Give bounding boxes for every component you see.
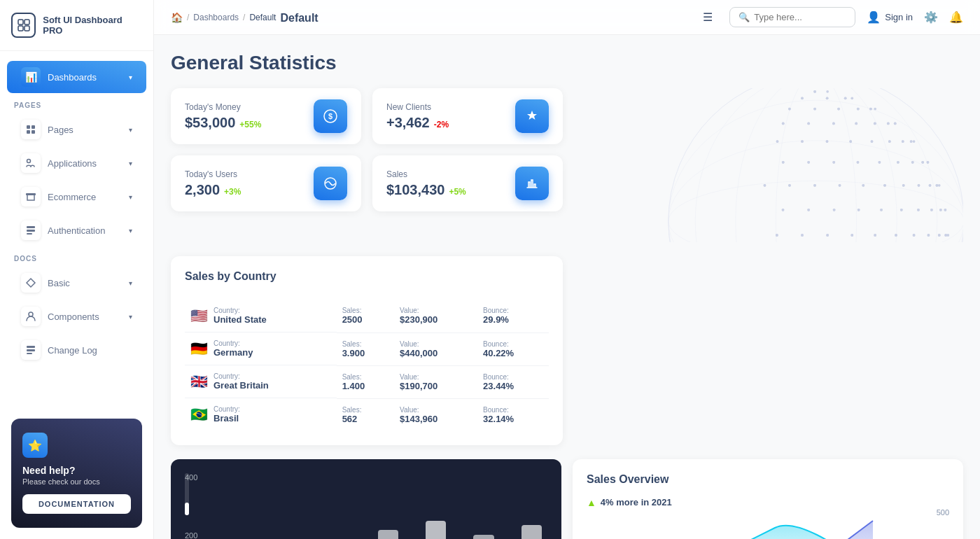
svg-point-215 xyxy=(857,161,860,164)
svg-point-172 xyxy=(930,209,933,211)
svg-point-159 xyxy=(776,234,778,237)
svg-point-217 xyxy=(807,161,810,164)
svg-point-248 xyxy=(807,122,810,125)
svg-rect-10 xyxy=(27,226,35,228)
sidebar-item-ecommerce-label: Ecommerce xyxy=(48,192,96,202)
svg-point-194 xyxy=(902,184,905,187)
header: 🏠 / Dashboards / Default Default ☰ 🔍 👤 S… xyxy=(154,0,980,35)
svg-point-211 xyxy=(921,161,924,164)
svg-point-170 xyxy=(944,209,947,211)
stat-icon-users xyxy=(314,167,347,200)
applications-icon xyxy=(21,153,41,173)
sidebar-item-applications[interactable]: Applications ▾ xyxy=(7,147,146,179)
country-col-label: Country: xyxy=(214,307,267,314)
stat-label-1: New Clients xyxy=(386,102,449,112)
menu-icon[interactable]: ☰ xyxy=(697,10,718,24)
stat-change-2: +3% xyxy=(224,187,241,197)
settings-icon[interactable]: ⚙️ xyxy=(924,10,938,24)
chevron-down-icon: ▾ xyxy=(129,74,132,81)
bar xyxy=(473,535,493,539)
country-name: Brasil xyxy=(214,413,240,424)
notifications-icon[interactable]: 🔔 xyxy=(949,10,963,24)
bounce-col-label: Bounce: xyxy=(483,307,543,314)
bar xyxy=(522,525,542,539)
svg-point-228 xyxy=(910,140,913,143)
svg-point-266 xyxy=(826,97,829,99)
svg-rect-9 xyxy=(26,193,36,195)
breadcrumb-current: Default xyxy=(249,13,276,22)
value-col-label: Value: xyxy=(400,307,472,314)
bar xyxy=(426,521,446,540)
svg-point-151 xyxy=(938,234,941,237)
sidebar-item-components-label: Components xyxy=(48,312,99,322)
svg-rect-1 xyxy=(24,20,29,24)
sales-value: 562 xyxy=(342,414,388,424)
svg-point-197 xyxy=(839,184,841,187)
svg-point-13 xyxy=(29,312,33,316)
svg-point-175 xyxy=(880,209,883,211)
svg-point-269 xyxy=(826,90,829,93)
table-row: 🇺🇸 Country: United State Sales: 2500 Val… xyxy=(185,300,549,332)
svg-point-198 xyxy=(813,184,816,187)
svg-point-255 xyxy=(874,108,876,111)
sidebar-item-basic[interactable]: Basic ▾ xyxy=(7,267,146,299)
svg-point-196 xyxy=(862,184,864,187)
y-label-200: 200 xyxy=(185,531,197,540)
svg-point-150 xyxy=(944,234,947,237)
search-input[interactable] xyxy=(754,12,846,22)
search-box[interactable]: 🔍 xyxy=(729,7,855,27)
stats-grid: Today's Money $53,000 +55% $ xyxy=(171,88,563,211)
country-name: United State xyxy=(214,314,267,325)
bounce-value: 23.44% xyxy=(483,381,543,391)
svg-point-243 xyxy=(894,122,897,125)
svg-point-174 xyxy=(900,209,903,211)
svg-point-214 xyxy=(878,161,881,164)
sidebar-logo: Soft UI Dashboard PRO xyxy=(0,0,153,51)
stat-card-money: Today's Money $53,000 +55% $ xyxy=(171,88,361,144)
svg-point-246 xyxy=(855,122,858,125)
svg-point-177 xyxy=(833,209,836,211)
sidebar-item-changelog[interactable]: Change Log xyxy=(7,334,146,366)
value-col-label: Value: xyxy=(400,373,472,381)
svg-point-191 xyxy=(936,184,939,187)
sign-in-button[interactable]: 👤 Sign in xyxy=(867,10,913,24)
svg-rect-14 xyxy=(27,346,35,348)
svg-rect-7 xyxy=(31,130,35,134)
sidebar-item-components[interactable]: Components ▾ xyxy=(7,300,146,332)
bar xyxy=(378,530,398,539)
chevron-down-icon: ▾ xyxy=(129,126,132,134)
sidebar-item-dashboards[interactable]: 📊 Dashboards ▾ xyxy=(7,61,146,93)
svg-rect-11 xyxy=(27,230,35,232)
stat-value-0: $53,000 xyxy=(185,115,235,131)
value-value: $230,900 xyxy=(400,314,472,325)
svg-point-171 xyxy=(939,209,942,211)
svg-point-260 xyxy=(788,108,791,111)
svg-point-157 xyxy=(826,234,829,237)
sales-overview-card: Sales Overview ▲ 4% more in 2021 500 400 xyxy=(573,459,963,540)
value-col-label: Value: xyxy=(400,406,472,414)
bounce-col-label: Bounce: xyxy=(483,340,543,348)
svg-point-259 xyxy=(813,108,816,111)
country-col-label: Country: xyxy=(214,405,240,413)
sidebar-item-ecommerce[interactable]: Ecommerce ▾ xyxy=(7,181,146,213)
flag-icon: 🇩🇪 xyxy=(190,340,208,357)
chevron-down-icon: ▾ xyxy=(129,313,132,321)
value-value: $190,700 xyxy=(400,381,472,391)
svg-point-193 xyxy=(918,184,920,187)
sales-value: 1.400 xyxy=(342,381,388,391)
col-country xyxy=(185,294,337,300)
chevron-down-icon: ▾ xyxy=(129,193,132,201)
bottom-charts: 400 200 0 Sales Overview ▲ 4% more in 20… xyxy=(171,459,963,540)
svg-point-267 xyxy=(801,97,804,99)
svg-point-210 xyxy=(927,161,930,164)
svg-point-235 xyxy=(776,140,779,143)
sidebar-item-pages[interactable]: Pages ▾ xyxy=(7,113,146,146)
svg-point-244 xyxy=(887,122,890,125)
svg-rect-6 xyxy=(27,130,30,134)
sidebar-item-authentication[interactable]: Authentication ▾ xyxy=(7,214,146,246)
chevron-down-icon: ▾ xyxy=(129,160,132,167)
documentation-button[interactable]: DOCUMENTATION xyxy=(22,494,131,514)
svg-point-152 xyxy=(927,234,930,237)
sales-col-label: Sales: xyxy=(342,406,388,414)
bounce-value: 32.14% xyxy=(483,414,543,424)
